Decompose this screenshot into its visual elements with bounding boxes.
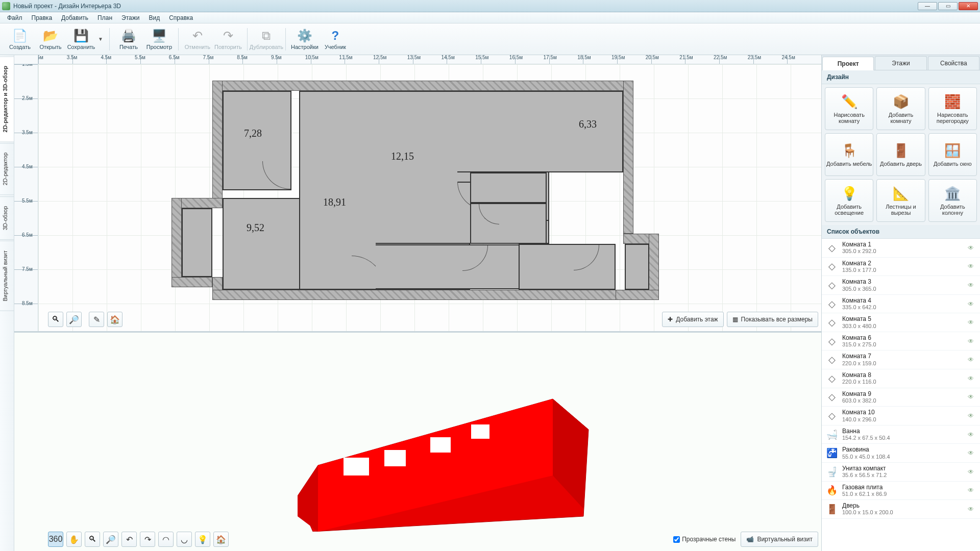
orbit-button[interactable]: 360 — [48, 532, 63, 547]
close-button[interactable]: ✕ — [959, 2, 978, 10]
visibility-icon[interactable]: 👁 — [968, 282, 976, 289]
rotate-left-button[interactable]: ↶ — [121, 532, 137, 547]
object-list-item[interactable]: ◇Комната 1305.0 x 292.0👁 — [822, 239, 980, 258]
visibility-icon[interactable]: 👁 — [968, 338, 976, 345]
home-3d-button[interactable]: 🏠 — [213, 532, 229, 547]
tool-tutorial[interactable]: ?Учебник — [321, 25, 350, 54]
tab-floors[interactable]: Этажи — [875, 56, 926, 70]
tab-3d[interactable]: 3D-обзор — [0, 196, 14, 240]
visibility-icon[interactable]: 👁 — [968, 263, 976, 270]
design-tool-button[interactable]: 🪟Добавить окно — [928, 133, 977, 176]
tilt-down-button[interactable]: ◡ — [177, 532, 192, 547]
ruler-tick: 8.5м — [14, 304, 38, 333]
menu-help[interactable]: Справка — [165, 13, 197, 22]
tab-2d[interactable]: 2D-редактор — [0, 143, 14, 195]
home-button[interactable]: 🏠 — [107, 312, 122, 327]
object-list-item[interactable]: 🛁Ванна154.2 x 67.5 x 50.4👁 — [822, 425, 980, 444]
design-tool-button[interactable]: 🏛️Добавить колонну — [928, 179, 977, 222]
rotate-right-button[interactable]: ↷ — [140, 532, 155, 547]
transparent-walls-check[interactable]: Прозрачные стены — [673, 536, 736, 543]
balcony-left[interactable] — [182, 208, 212, 277]
add-floor-button[interactable]: ✚Добавить этаж — [662, 312, 723, 327]
design-tool-button[interactable]: 🚪Добавить дверь — [876, 133, 925, 176]
room-small-a[interactable] — [470, 172, 547, 203]
tool-undo[interactable]: ↶Отменить — [183, 25, 212, 54]
tool-redo[interactable]: ↷Повторить — [213, 25, 243, 54]
view-3d[interactable]: 360 ✋ 🔍︎ 🔎 ↶ ↷ ◠ ◡ 💡 🏠 Прозрачные стены … — [14, 333, 821, 551]
tilt-up-button[interactable]: ◠ — [158, 532, 174, 547]
visibility-icon[interactable]: 👁 — [968, 393, 976, 400]
zoom-out-3d-button[interactable]: 🔍︎ — [85, 532, 100, 547]
tool-preview[interactable]: 🖥️Просмотр — [144, 25, 174, 54]
zoom-out-button[interactable]: 🔍︎ — [48, 312, 63, 327]
design-tool-button[interactable]: 💡Добавить освещение — [825, 179, 873, 222]
design-tool-button[interactable]: 📦Добавить комнату — [876, 87, 925, 130]
objects-list[interactable]: ◇Комната 1305.0 x 292.0👁◇Комната 2135.0 … — [822, 239, 980, 551]
visibility-icon[interactable]: 👁 — [968, 375, 976, 382]
tool-duplicate[interactable]: ⧉Дублировать — [252, 25, 281, 54]
object-list-item[interactable]: ◇Комната 6315.0 x 275.0👁 — [822, 332, 980, 351]
tab-virtual[interactable]: Виртуальный визит — [0, 241, 14, 311]
visibility-icon[interactable]: 👁 — [968, 506, 976, 513]
zoom-in-3d-button[interactable]: 🔎 — [103, 532, 118, 547]
object-list-item[interactable]: ◇Комната 4335.0 x 642.0👁 — [822, 295, 980, 314]
pan-button[interactable]: ✋ — [66, 532, 82, 547]
draw-tool-button[interactable]: ✎ — [89, 312, 104, 327]
room-small-b[interactable] — [470, 203, 547, 244]
tool-print[interactable]: 🖨️Печать — [114, 25, 143, 54]
tab-2d3d[interactable]: 2D-редактор и 3D-обзор — [0, 56, 14, 142]
visibility-icon[interactable]: 👁 — [968, 449, 976, 457]
show-dimensions-button[interactable]: ▦Показывать все размеры — [727, 312, 818, 327]
object-list-item[interactable]: 🚪Дверь100.0 x 15.0 x 200.0👁 — [822, 500, 980, 519]
virtual-visit-button[interactable]: 📹Виртуальный визит — [741, 532, 818, 547]
zoom-in-button[interactable]: 🔎 — [66, 312, 82, 327]
object-list-item[interactable]: ◇Комната 5303.0 x 480.0👁 — [822, 313, 980, 332]
menu-edit[interactable]: Правка — [28, 13, 57, 22]
room-entry[interactable] — [519, 244, 616, 290]
menu-add[interactable]: Добавить — [57, 13, 92, 22]
tool-create[interactable]: 📄Создать — [5, 25, 35, 54]
visibility-icon[interactable]: 👁 — [968, 356, 976, 363]
object-list-item[interactable]: ◇Комната 2135.0 x 177.0👁 — [822, 258, 980, 277]
light-button[interactable]: 💡 — [195, 532, 210, 547]
transparent-checkbox[interactable] — [673, 536, 680, 543]
menu-plan[interactable]: План — [93, 13, 116, 22]
menu-floors[interactable]: Этажи — [117, 13, 143, 22]
menu-view[interactable]: Вид — [144, 13, 164, 22]
svg-rect-5 — [430, 437, 451, 453]
design-tool-button[interactable]: 📐Лестницы и вырезы — [876, 179, 925, 222]
visibility-icon[interactable]: 👁 — [968, 431, 976, 438]
visibility-icon[interactable]: 👁 — [968, 244, 976, 252]
balcony-right[interactable] — [625, 244, 649, 290]
room-1[interactable]: 7,28 — [223, 91, 291, 190]
visibility-icon[interactable]: 👁 — [968, 468, 976, 475]
design-tool-button[interactable]: ✏️Нарисовать комнату — [825, 87, 873, 130]
minimize-button[interactable]: — — [918, 2, 937, 10]
visibility-icon[interactable]: 👁 — [968, 487, 976, 494]
design-tool-button[interactable]: 🧱Нарисовать перегородку — [928, 87, 977, 130]
view-2d[interactable]: 2.5м3.5м4.5м5.5м6.5м7.5м8.5м9.5м10.5м11.… — [14, 55, 821, 333]
object-list-item[interactable]: ◇Комната 8220.0 x 116.0👁 — [822, 369, 980, 388]
object-list-item[interactable]: ◇Комната 10140.0 x 296.0👁 — [822, 407, 980, 425]
visibility-icon[interactable]: 👁 — [968, 412, 976, 419]
object-list-item[interactable]: 🚽Унитаз компакт35.6 x 56.5 x 71.2👁 — [822, 463, 980, 482]
tab-properties[interactable]: Свойства — [928, 56, 979, 70]
tool-settings[interactable]: ⚙️Настройки — [290, 25, 320, 54]
visibility-icon[interactable]: 👁 — [968, 319, 976, 326]
object-list-item[interactable]: ◇Комната 9603.0 x 382.0👁 — [822, 388, 980, 407]
visibility-icon[interactable]: 👁 — [968, 300, 976, 308]
object-list-item[interactable]: ◇Комната 7220.0 x 159.0👁 — [822, 350, 980, 369]
maximize-button[interactable]: ▭ — [938, 2, 958, 10]
tool-open[interactable]: 📂Открыть — [36, 25, 65, 54]
object-icon: 🔥 — [826, 484, 838, 496]
window-title: Новый проект - Дизайн Интерьера 3D — [13, 3, 918, 10]
tool-save[interactable]: 💾Сохранить — [66, 25, 96, 54]
object-list-item[interactable]: 🚰Раковина55.0 x 45.0 x 108.4👁 — [822, 444, 980, 463]
design-tool-button[interactable]: 🪑Добавить мебель — [825, 133, 873, 176]
room-7[interactable]: 6,33 — [457, 91, 623, 172]
object-list-item[interactable]: 🔥Газовая плита51.0 x 62.1 x 86.9👁 — [822, 482, 980, 500]
tab-project[interactable]: Проект — [822, 57, 874, 70]
object-list-item[interactable]: ◇Комната 3305.0 x 365.0👁 — [822, 276, 980, 295]
save-dropdown[interactable]: ▼ — [96, 36, 105, 42]
menu-file[interactable]: Файл — [3, 13, 27, 22]
